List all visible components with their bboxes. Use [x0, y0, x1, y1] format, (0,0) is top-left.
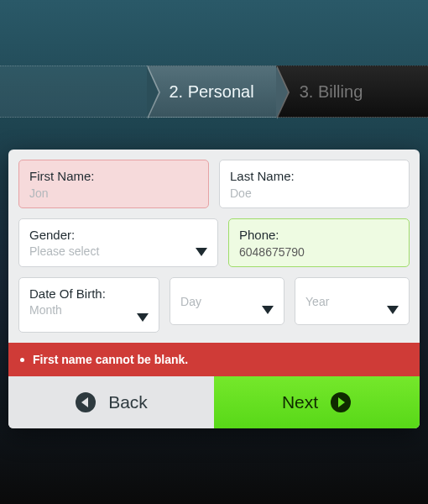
- first-name-field[interactable]: First Name: Jon: [18, 160, 209, 208]
- gender-label: Gender:: [29, 228, 189, 242]
- phone-input[interactable]: 6048675790: [239, 245, 305, 259]
- next-button[interactable]: Next: [214, 376, 420, 428]
- dob-label: Date Of Birth:: [29, 286, 130, 301]
- last-name-input[interactable]: Doe: [230, 186, 252, 200]
- gender-select[interactable]: Gender: Please select: [18, 218, 218, 267]
- button-row: Back Next: [8, 376, 420, 428]
- chevron-down-icon: [137, 313, 149, 322]
- step-2-personal[interactable]: 2. Personal: [147, 66, 275, 118]
- step-1[interactable]: [0, 66, 147, 118]
- svg-marker-3: [387, 306, 399, 314]
- step-3-billing[interactable]: 3. Billing: [276, 66, 428, 118]
- page-title: t: [0, 0, 428, 39]
- first-name-label: First Name:: [29, 169, 198, 183]
- svg-marker-1: [137, 313, 149, 322]
- step-2-label: 2. Personal: [169, 82, 253, 102]
- last-name-field[interactable]: Last Name: Doe: [219, 160, 410, 208]
- step-3-label: 3. Billing: [300, 82, 363, 102]
- last-name-label: Last Name:: [230, 169, 399, 183]
- first-name-input[interactable]: Jon: [29, 186, 49, 200]
- dob-year-value: Year: [305, 295, 380, 308]
- gender-value: Please select: [29, 244, 99, 258]
- dob-month-select[interactable]: Date Of Birth: Month: [18, 277, 159, 333]
- dob-day-select[interactable]: Day: [170, 277, 284, 325]
- chevron-down-icon: [196, 248, 207, 256]
- error-message: First name cannot be blank.: [33, 353, 188, 366]
- dob-month-value: Month: [29, 303, 62, 317]
- next-label: Next: [282, 392, 318, 412]
- form-card: First Name: Jon Last Name: Doe Gender: P…: [8, 150, 420, 428]
- dob-day-value: Day: [180, 295, 255, 308]
- phone-field[interactable]: Phone: 6048675790: [228, 218, 410, 267]
- svg-marker-2: [262, 306, 274, 314]
- error-bar: First name cannot be blank.: [8, 343, 420, 376]
- chevron-down-icon: [387, 306, 399, 314]
- chevron-down-icon: [262, 306, 274, 314]
- svg-marker-0: [196, 248, 207, 256]
- phone-label: Phone:: [239, 228, 399, 242]
- bullet-icon: [20, 358, 24, 362]
- arrow-left-circle-icon: [75, 391, 97, 413]
- dob-year-select[interactable]: Year: [295, 277, 410, 325]
- header: t: [0, 0, 428, 54]
- arrow-right-circle-icon: [330, 391, 352, 413]
- stepper: 2. Personal 3. Billing: [0, 66, 428, 118]
- back-label: Back: [108, 392, 148, 412]
- back-button[interactable]: Back: [8, 376, 214, 428]
